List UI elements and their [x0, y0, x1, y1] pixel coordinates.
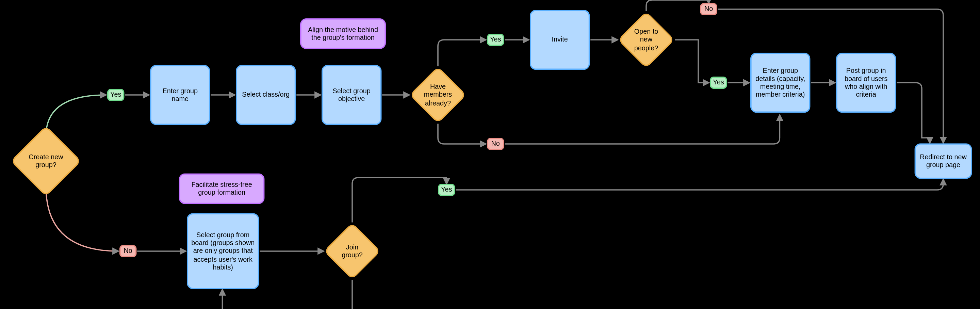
process-select-group-board: Select group from board (groups shown ar… [187, 213, 259, 289]
branch-no-create: No [119, 245, 137, 257]
decision-label: Open to new people? [626, 20, 667, 60]
process-invite: Invite [530, 10, 590, 70]
process-select-class-org: Select class/org [236, 65, 296, 125]
edges-layer [0, 0, 980, 309]
branch-yes-open: Yes [710, 76, 727, 89]
decision-label: Join group? [332, 231, 372, 272]
process-redirect-new-group: Redirect to new group page [914, 143, 972, 178]
branch-yes-have-members: Yes [487, 34, 504, 46]
decision-label: Create new group? [21, 136, 71, 186]
branch-yes-join: Yes [438, 184, 455, 196]
process-select-group-objective: Select group objective [321, 65, 382, 125]
branch-yes-create: Yes [107, 89, 124, 101]
decision-join-group: Join group? [332, 231, 372, 272]
branch-no-have-members: No [487, 138, 504, 150]
note-facilitate: Facilitate stress-free group formation [179, 173, 265, 204]
process-post-group-board: Post group in board of users who align w… [836, 53, 896, 113]
branch-no-open: No [700, 3, 717, 15]
decision-label: Have members already? [418, 75, 458, 115]
flowchart-canvas: Create new group? Yes Enter group name S… [0, 0, 980, 309]
process-enter-group-details: Enter group details (capacity, meeting t… [750, 53, 810, 113]
decision-have-members: Have members already? [418, 75, 458, 115]
process-enter-group-name: Enter group name [150, 65, 210, 125]
decision-open-to-new: Open to new people? [626, 20, 667, 60]
note-align-motive: Align the motive behind the group's form… [300, 18, 386, 49]
decision-create-new-group: Create new group? [21, 136, 71, 186]
